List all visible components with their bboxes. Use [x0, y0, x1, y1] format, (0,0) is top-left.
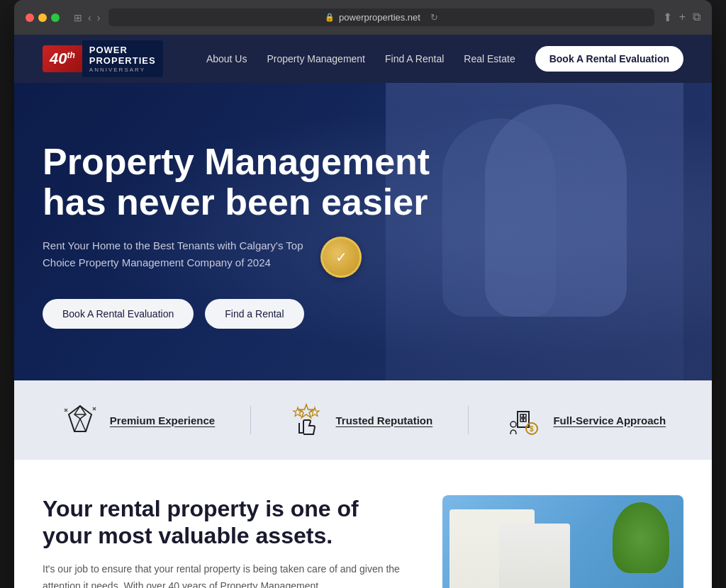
nav-cta-button[interactable]: Book A Rental Evaluation	[535, 46, 683, 72]
logo-badge: 40th	[43, 45, 82, 72]
svg-marker-10	[311, 407, 319, 417]
feature-full-service[interactable]: $ Full-Service Approach	[503, 400, 666, 440]
svg-marker-1	[74, 406, 86, 419]
browser-window: ⊞ ‹ › 🔒 powerproperties.net ↻ ⬆ + ⧉ 40th…	[14, 0, 712, 588]
close-button[interactable]	[26, 13, 34, 22]
premium-experience-icon	[60, 400, 100, 440]
award-badge: ✓	[320, 237, 362, 278]
browser-actions: ⬆ + ⧉	[663, 11, 700, 24]
property-image	[442, 495, 683, 588]
url-text: powerproperties.net	[339, 12, 420, 23]
url-bar[interactable]: 🔒 powerproperties.net ↻	[108, 9, 654, 26]
trusted-reputation-icon	[286, 400, 326, 440]
hero-background-image	[386, 83, 683, 380]
browser-chrome: ⊞ ‹ › 🔒 powerproperties.net ↻ ⬆ + ⧉	[14, 0, 712, 35]
logo-text: POWER PROPERTIES ANNIVERSARY	[82, 40, 163, 78]
reload-icon[interactable]: ↻	[430, 12, 438, 23]
hero-section: Property Management has never been easie…	[14, 83, 712, 380]
nav-link-about[interactable]: About Us	[206, 53, 247, 64]
nav-link-real-estate[interactable]: Real Estate	[464, 53, 515, 64]
nav-links: About Us Property Management Find A Rent…	[206, 46, 683, 72]
maximize-button[interactable]	[51, 13, 60, 22]
sidebar-toggle-icon[interactable]: ⊞	[74, 12, 82, 23]
back-icon[interactable]: ‹	[88, 12, 91, 23]
svg-rect-16	[523, 419, 526, 422]
lower-text-block: Your rental property is one of your most…	[43, 495, 414, 588]
share-icon[interactable]: ⬆	[663, 11, 672, 24]
svg-point-19	[510, 422, 516, 427]
full-service-icon: $	[503, 400, 543, 440]
tab-overview-icon[interactable]: ⧉	[693, 11, 700, 24]
hero-title: Property Management has never been easie…	[43, 142, 430, 222]
badge-area: Rent Your Home to the Best Tenants with …	[43, 237, 430, 278]
logo-th: th	[67, 50, 74, 60]
premium-experience-label: Premium Experience	[110, 414, 215, 426]
feature-trusted-reputation[interactable]: Trusted Reputation	[286, 400, 433, 440]
feature-premium-experience[interactable]: Premium Experience	[60, 400, 215, 440]
lower-title: Your rental property is one of your most…	[43, 495, 414, 550]
logo-properties: PROPERTIES	[89, 55, 156, 67]
feature-divider-1	[250, 406, 251, 434]
logo[interactable]: 40th POWER PROPERTIES ANNIVERSARY	[43, 40, 163, 78]
hero-subtitle: Rent Your Home to the Best Tenants with …	[43, 237, 312, 271]
nav-link-property-management[interactable]: Property Management	[267, 53, 365, 64]
hero-buttons: Book A Rental Evaluation Find a Rental	[43, 299, 430, 329]
svg-marker-11	[294, 407, 302, 417]
traffic-lights	[26, 13, 60, 22]
lock-icon: 🔒	[325, 13, 335, 22]
window-controls: ⊞ ‹ ›	[74, 12, 100, 23]
logo-power: POWER	[89, 45, 156, 56]
features-bar: Premium Experience Trusted Repu	[14, 380, 712, 460]
lower-section: Your rental property is one of your most…	[14, 460, 712, 588]
logo-number: 40	[50, 50, 67, 67]
minimize-button[interactable]	[38, 13, 47, 22]
svg-line-3	[74, 419, 80, 431]
logo-anniversary: ANNIVERSARY	[89, 67, 156, 74]
full-service-label: Full-Service Approach	[553, 414, 666, 426]
svg-line-4	[80, 419, 86, 431]
svg-rect-14	[523, 414, 526, 417]
trusted-reputation-label: Trusted Reputation	[336, 414, 433, 426]
forward-icon[interactable]: ›	[97, 12, 101, 23]
feature-divider-2	[468, 406, 469, 434]
find-rental-button[interactable]: Find a Rental	[205, 299, 303, 329]
new-tab-icon[interactable]: +	[679, 11, 686, 24]
checkmark-icon: ✓	[335, 249, 347, 266]
lower-body-text: It's our job to ensure that your rental …	[43, 561, 414, 588]
hero-content: Property Management has never been easie…	[43, 142, 430, 329]
nav-link-find-rental[interactable]: Find A Rental	[385, 53, 444, 64]
tree-decoration	[613, 502, 669, 573]
website-content: 40th POWER PROPERTIES ANNIVERSARY About …	[14, 35, 712, 588]
book-rental-evaluation-button[interactable]: Book A Rental Evaluation	[43, 299, 194, 329]
navigation: 40th POWER PROPERTIES ANNIVERSARY About …	[14, 35, 712, 83]
